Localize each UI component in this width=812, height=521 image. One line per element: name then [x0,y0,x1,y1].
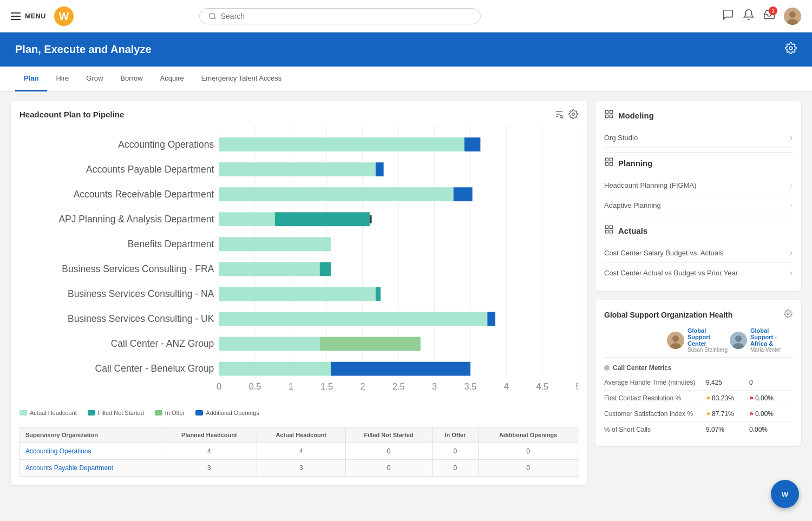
menu-button[interactable]: MENU [11,12,45,20]
cost-center-salary-label: Cost Center Salary Budget vs. Actuals [604,249,723,257]
metric-val1-1: 9.425 [706,379,749,386]
svg-text:1.5: 1.5 [320,381,333,392]
page-header: Plan, Execute and Analyze [0,32,812,67]
search-input[interactable] [221,12,472,21]
svg-rect-32 [219,187,454,201]
gso-persons-row: Global Support Center Susan Steinberg Gl… [604,327,793,358]
svg-line-3 [214,17,215,19]
svg-point-13 [572,113,575,116]
table-row: Accounting Operations 4 4 0 0 0 [20,443,578,460]
user-avatar [784,8,801,25]
settings-icon[interactable] [568,109,578,119]
metric-row-4: % of Short Calls 9.07% 0.00% [604,422,793,437]
tab-emergency[interactable]: Emergency Talent Access [193,67,291,91]
svg-rect-68 [605,115,608,118]
svg-text:APJ Planning & Analysis Depart: APJ Planning & Analysis Department [58,214,214,225]
actual-2: 3 [257,460,346,477]
svg-rect-70 [605,158,608,161]
legend-filled-color [88,410,95,416]
offer-1: 0 [432,443,479,460]
svg-text:Benefits Department: Benefits Department [128,239,214,249]
avatar-button[interactable] [784,8,801,25]
svg-rect-74 [605,226,608,228]
col-additional: Additional Openings [479,427,578,443]
svg-text:4.5: 4.5 [536,381,548,392]
svg-rect-39 [219,237,331,251]
metric-label-1: Average Handle Time (minutes) [604,379,706,386]
person-2-avatar [730,332,747,349]
planning-icon [604,157,614,169]
metric-dot [604,365,610,371]
actual-1: 4 [257,443,346,460]
person-1-avatar [667,332,684,349]
svg-rect-69 [610,115,613,118]
metric-val2-3: ⚑0.00% [749,410,793,418]
svg-text:0.5: 0.5 [248,381,261,392]
modeling-planning-card: Modeling Org Studio › Planning Headcount… [595,101,801,291]
tab-borrow[interactable]: Borrow [112,67,151,91]
inbox-button[interactable]: 1 [763,9,775,23]
svg-rect-71 [610,158,613,161]
metric-val2-4: 0.00% [749,426,793,433]
org-studio-item[interactable]: Org Studio › [604,128,793,148]
tab-plan[interactable]: Plan [15,67,47,91]
adaptive-planning-item[interactable]: Adaptive Planning › [604,195,793,215]
tab-hire[interactable]: Hire [47,67,77,91]
flag-red-1: ⚑ [749,395,754,401]
svg-rect-66 [605,110,608,113]
main-content: Headcount Plan to Pipeline [0,92,812,494]
svg-text:5: 5 [575,381,578,392]
svg-text:w: w [781,489,788,494]
headcount-chart-card: Headcount Plan to Pipeline [11,101,587,485]
svg-text:W: W [59,10,69,22]
person-2[interactable]: Global Support - Africa & Maria Venter [730,327,793,353]
headcount-planning-label: Headcount Planning (FIGMA) [604,181,697,189]
page-title: Plan, Execute and Analyze [15,43,152,56]
page-settings-button[interactable] [785,42,797,57]
org-studio-arrow: › [790,133,793,142]
svg-point-5 [789,11,796,18]
search-bar[interactable] [199,8,481,24]
gso-settings-button[interactable] [784,308,793,321]
metric-label-4: % of Short Calls [604,426,706,433]
svg-rect-54 [331,362,470,376]
metric-val2-2: ⚑0.00% [749,394,793,402]
metric-row-1: Average Handle Time (minutes) 9.425 0 [604,375,793,391]
person-1[interactable]: Global Support Center Susan Steinberg [667,327,730,353]
search-icon [208,12,217,21]
bell-button[interactable] [743,9,755,23]
legend-additional-label: Additional Openings [206,410,259,416]
cost-center-salary-arrow: › [790,248,793,257]
adaptive-planning-label: Adaptive Planning [604,201,661,209]
chart-toolbar[interactable] [554,109,578,119]
metric-label-3: Customer Satisfaction Index % [604,410,706,418]
metric-label-spacer [604,327,667,353]
svg-rect-26 [219,137,464,151]
headcount-planning-arrow: › [790,181,793,189]
filter-icon[interactable] [554,109,564,119]
call-center-metrics: Call Center Metrics Average Handle Time … [604,360,793,437]
tabs-bar: Plan Hire Grow Borrow Acquire Emergency … [0,67,812,92]
headcount-planning-item[interactable]: Headcount Planning (FIGMA) › [604,175,793,195]
svg-rect-67 [610,110,613,113]
org-link-2[interactable]: Accounts Payable Department [20,460,161,477]
cost-center-salary-item[interactable]: Cost Center Salary Budget vs. Actuals › [604,243,793,263]
metric-row-3: Customer Satisfaction Index % ⚑87.71% ⚑0… [604,406,793,422]
svg-rect-36 [275,212,370,226]
svg-text:2.5: 2.5 [392,381,405,392]
modeling-section-header: Modeling [604,109,793,121]
tab-grow[interactable]: Grow [77,67,112,91]
org-studio-label: Org Studio [604,134,638,142]
org-link-1[interactable]: Accounting Operations [20,443,161,460]
svg-text:Business Services Consulting -: Business Services Consulting - NA [68,288,214,299]
svg-rect-27 [464,137,480,151]
legend-actual-color [19,410,27,416]
svg-text:Accounts Payable Department: Accounts Payable Department [86,164,214,175]
nav-icons: 1 [722,8,801,25]
legend-offer-label: In Offer [165,410,185,416]
svg-text:4: 4 [504,381,509,392]
svg-rect-35 [219,212,275,226]
tab-acquire[interactable]: Acquire [152,67,193,91]
cost-center-actual-item[interactable]: Cost Center Actual vs Budget vs Prior Ye… [604,263,793,282]
chat-button[interactable] [722,9,734,23]
